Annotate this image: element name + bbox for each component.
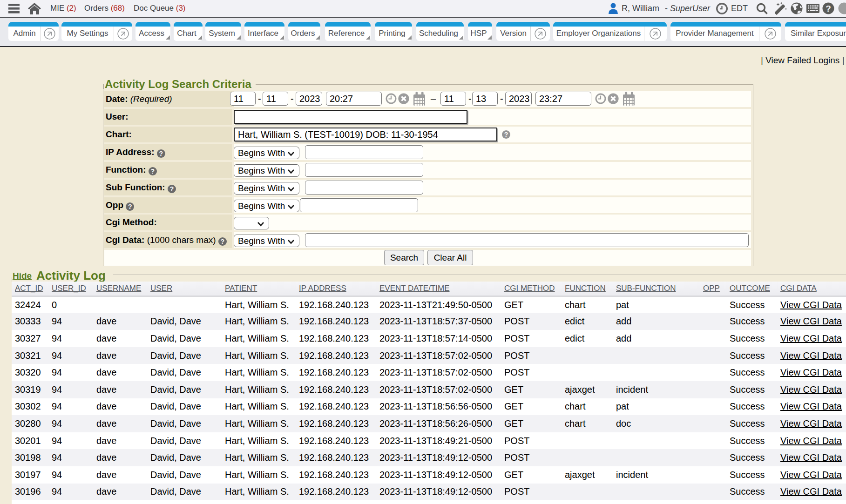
svg-text:?: ? bbox=[826, 4, 831, 13]
